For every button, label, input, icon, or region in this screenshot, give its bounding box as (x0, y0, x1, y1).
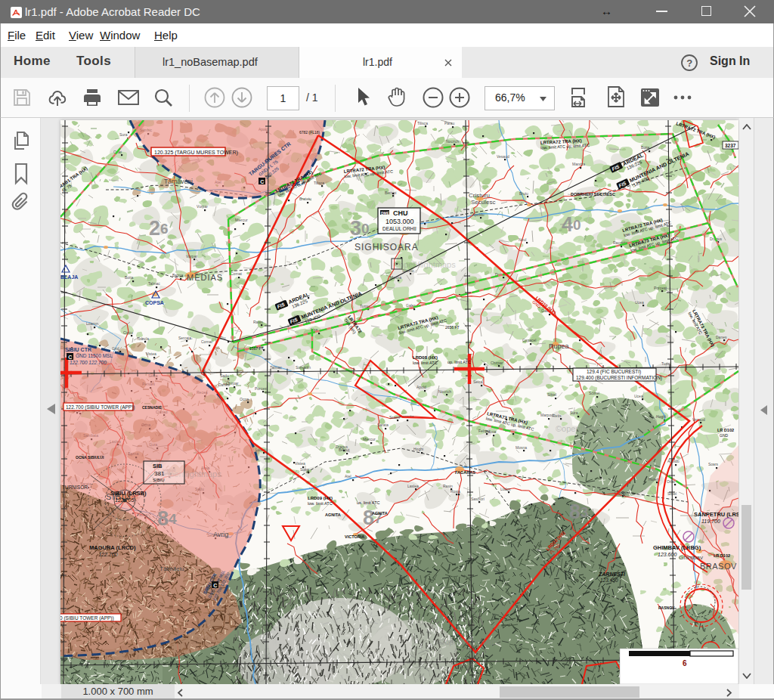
svg-text:83: 83 (569, 500, 589, 523)
svg-text:Hurez: Hurez (649, 477, 659, 482)
svg-text:AGNITA: AGNITA (325, 513, 341, 517)
svg-text:LRD09 (HX): LRD09 (HX) (308, 496, 333, 500)
svg-text:ZARNESTI: ZARNESTI (598, 571, 626, 577)
svg-text:Berivoi: Berivoi (385, 190, 396, 195)
svg-text:Tilisca: Tilisca (417, 121, 428, 125)
svg-text:Apold: Apold (416, 385, 426, 389)
svg-text:Bruiu: Bruiu (519, 191, 528, 196)
svg-text:CHU: CHU (393, 209, 408, 217)
svg-text:Hoghi: Hoghi (413, 447, 423, 451)
svg-text:up. limit ATC: up. limit ATC (447, 360, 471, 364)
svg-text:GND: GND (720, 433, 729, 438)
svg-text:Ghimbav: Ghimbav (679, 554, 703, 561)
svg-text:Mosna: Mosna (515, 445, 527, 450)
svg-text:Sadu: Sadu (220, 373, 229, 378)
svg-text:DEALUL ORHII: DEALUL ORHII (382, 226, 416, 231)
svg-text:Rasin: Rasin (443, 484, 453, 488)
svg-text:Sura: Sura (570, 410, 578, 415)
svg-text:Chirpar: Chirpar (226, 381, 239, 386)
svg-text:CESNADIE: CESNADIE (142, 405, 163, 410)
svg-text:SIB: SIB (153, 463, 163, 469)
svg-text:Sarata: Sarata (377, 423, 389, 427)
svg-text:6782 (FL18): 6782 (FL18) (299, 130, 320, 135)
svg-text:Ludos: Ludos (500, 487, 511, 491)
svg-text:Scorei: Scorei (389, 415, 400, 420)
svg-text:40: 40 (562, 213, 581, 236)
svg-text:us. limit ATC: us. limit ATC (357, 500, 379, 505)
svg-text:129.4 (FIC BUCURESTI): 129.4 (FIC BUCURESTI) (587, 369, 641, 375)
svg-text:Tilisca: Tilisca (314, 181, 324, 185)
svg-text:Felmer: Felmer (478, 429, 491, 433)
svg-text:GND 11500 MSL: GND 11500 MSL (76, 353, 113, 358)
svg-text:Sibiel: Sibiel (547, 392, 556, 397)
svg-text:RASNOV: RASNOV (658, 606, 675, 610)
svg-text:TURNISOR: TURNISOR (62, 485, 88, 490)
svg-text:Sasciori: Sasciori (471, 497, 485, 501)
svg-text:GHIMBAV (LRBG): GHIMBAV (LRBG) (653, 544, 701, 551)
svg-text:Cristuru: Cristuru (469, 192, 490, 199)
svg-text:Atel: Atel (345, 474, 351, 479)
svg-text:Seculesc: Seculesc (471, 199, 495, 206)
svg-text:Scorei: Scorei (589, 391, 599, 395)
svg-text:BRASOV: BRASOV (700, 562, 737, 571)
svg-text:Bercut: Bercut (339, 448, 350, 452)
svg-text:Tărnăveni: Tărnăveni (164, 178, 193, 185)
svg-text:C: C (260, 179, 264, 184)
svg-text:Sura: Sura (119, 132, 128, 137)
svg-text:Danes: Danes (716, 335, 727, 339)
svg-text:BLAJA: BLAJA (60, 274, 78, 280)
svg-text:122.700 (SIBIU TOWER (APP)): 122.700 (SIBIU TOWER (APP)) (66, 404, 135, 410)
svg-text:SANPETRU (LRS: SANPETRU (LRS (694, 511, 738, 518)
svg-text:Brateiu: Brateiu (299, 197, 311, 201)
svg-text:Noul: Noul (519, 237, 526, 242)
svg-text:SIGHISOARA: SIGHISOARA (354, 242, 419, 252)
svg-text:3237: 3237 (725, 143, 736, 148)
svg-text:Vurpar: Vurpar (197, 204, 208, 209)
svg-text:©openflightmaps: ©openflightmaps (438, 637, 501, 646)
svg-text:84: 84 (157, 507, 177, 530)
svg-text:Cornat: Cornat (201, 339, 213, 344)
svg-text:LRD08 (HX): LRD08 (HX) (413, 355, 438, 360)
svg-text:Boita: Boita (125, 275, 134, 280)
svg-text:SIBIU: SIBIU (153, 478, 165, 482)
svg-text:Apoldu: Apoldu (472, 212, 485, 217)
svg-text:Porcest: Porcest (255, 386, 268, 391)
svg-text:Rupea: Rupea (549, 342, 569, 350)
svg-text:30: 30 (350, 217, 370, 240)
svg-text:Somartin: Somartin (296, 365, 311, 370)
svg-text:Sercaia: Sercaia (178, 336, 191, 340)
svg-text:Toarcla: Toarcla (137, 336, 149, 341)
svg-text:low. limit ATC: low. limit ATC (308, 501, 333, 506)
svg-text:Vistea: Vistea (146, 352, 156, 356)
svg-text:?: ? (686, 57, 692, 69)
svg-text:Talmac: Talmac (270, 365, 282, 370)
svg-text:87: 87 (363, 506, 382, 529)
svg-text:Ocna: Ocna (240, 397, 249, 401)
svg-text:Parau: Parau (444, 121, 455, 125)
svg-text:LR D102: LR D102 (714, 553, 730, 558)
svg-text:Vesaud: Vesaud (497, 154, 509, 159)
svg-text:SIBIU CTR: SIBIU CTR (65, 347, 91, 352)
svg-text:1053.000: 1053.000 (385, 218, 414, 225)
svg-text:Talmac: Talmac (148, 281, 160, 286)
svg-text:.700 (SIBIU TOWER (APP)): .700 (SIBIU TOWER (APP)) (60, 615, 114, 621)
svg-text:Tălmăciu: Tălmăciu (159, 565, 184, 572)
svg-text:Sona: Sona (300, 467, 309, 472)
svg-text:OCNA SIBIULUI: OCNA SIBIULUI (76, 455, 104, 460)
svg-text:123.450: 123.450 (600, 578, 618, 583)
svg-text:6: 6 (683, 659, 687, 667)
svg-text:Soars: Soars (708, 462, 719, 466)
svg-text:Retis: Retis (553, 413, 562, 418)
svg-text:Ucea: Ucea (634, 394, 643, 398)
svg-text:Ucea: Ucea (635, 300, 644, 305)
svg-text:Laslea: Laslea (407, 484, 419, 488)
svg-text:DME: DME (381, 211, 390, 215)
svg-text:Mandra: Mandra (572, 162, 585, 166)
svg-text:119.700: 119.700 (701, 519, 720, 524)
svg-text:123.600: 123.600 (658, 552, 676, 557)
svg-text:Bazna: Bazna (172, 273, 183, 277)
svg-text:Marpod: Marpod (540, 413, 553, 417)
svg-text:129.400 (BUCURESTI INFORMATION: 129.400 (BUCURESTI INFORMATION) (576, 375, 662, 381)
svg-text:122.700: 122.700 (98, 552, 117, 557)
svg-text:C: C (68, 355, 72, 360)
